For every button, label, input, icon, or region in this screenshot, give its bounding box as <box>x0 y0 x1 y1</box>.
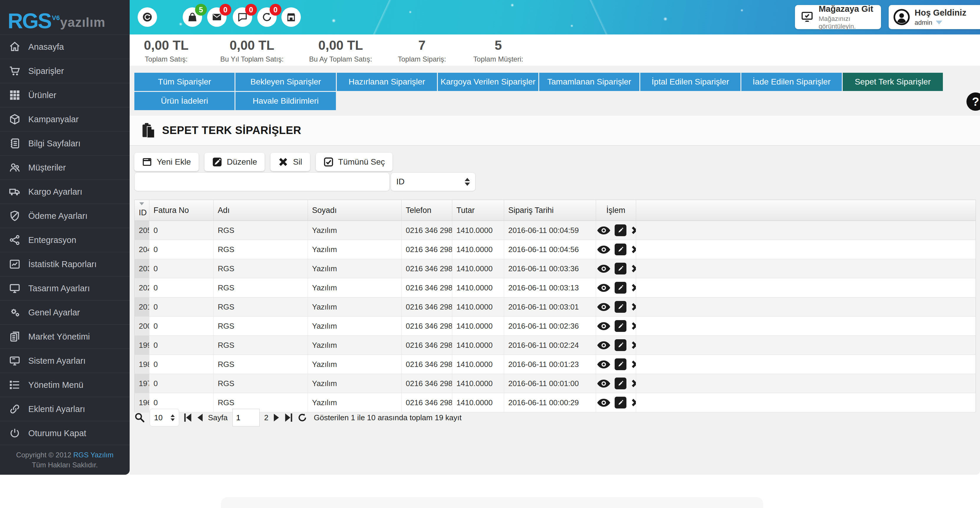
edit-icon[interactable] <box>615 301 627 313</box>
sidebar-item-yonetim-menu[interactable]: Yönetim Menü <box>0 373 130 397</box>
first-page-button[interactable] <box>184 413 192 422</box>
col-id[interactable]: ID <box>135 200 150 221</box>
sidebar-item-entegrasyon[interactable]: Entegrasyon <box>0 228 130 252</box>
tab-sepet-terk-siparisler[interactable]: Sepet Terk Siparişler <box>843 73 943 91</box>
table-row[interactable]: 205 0 RGS Yazılım 0216 346 2982 1410.000… <box>135 221 976 240</box>
delete-button[interactable]: Sil <box>270 153 310 171</box>
table-row[interactable]: 204 0 RGS Yazılım 0216 346 2982 1410.000… <box>135 240 976 259</box>
view-icon[interactable] <box>597 322 610 330</box>
view-icon[interactable] <box>597 379 610 387</box>
tab-tum-siparisler[interactable]: Tüm Siparişler <box>134 73 235 91</box>
delete-icon[interactable] <box>631 264 636 273</box>
messages-icon[interactable]: 0 <box>207 7 227 27</box>
tab-tamamlanan-siparisler[interactable]: Tamamlanan Siparişler <box>539 73 640 91</box>
spinner-up-icon[interactable] <box>170 414 175 417</box>
page-number-input[interactable] <box>232 409 259 426</box>
next-page-button[interactable] <box>273 414 280 421</box>
orders-bag-icon[interactable]: 5 <box>183 7 202 27</box>
sidebar-item-tasarim-ayarlari[interactable]: Tasarım Ayarları <box>0 276 130 300</box>
user-menu[interactable]: Hoş Geldiniz admin <box>889 5 980 29</box>
brand-logo[interactable]: RGS V6 yazılım <box>0 0 130 35</box>
view-icon[interactable] <box>597 303 610 311</box>
prev-page-button[interactable] <box>197 414 203 421</box>
sidebar-item-kargo-ayarlari[interactable]: Kargo Ayarları <box>0 179 130 203</box>
col-adi[interactable]: Adı <box>214 200 308 221</box>
sidebar-item-eklenti-ayarlari[interactable]: Eklenti Ayarları <box>0 397 130 421</box>
edit-icon[interactable] <box>615 224 627 236</box>
view-icon[interactable] <box>597 360 610 368</box>
next-page-number[interactable]: 2 <box>264 413 269 422</box>
view-icon[interactable] <box>597 265 610 273</box>
sidebar-item-kampanyalar[interactable]: Kampanyalar <box>0 107 130 131</box>
table-row[interactable]: 200 0 RGS Yazılım 0216 346 2982 1410.000… <box>135 317 976 336</box>
table-row[interactable]: 203 0 RGS Yazılım 0216 346 2982 1410.000… <box>135 259 976 278</box>
delete-icon[interactable] <box>631 245 636 254</box>
search-icon[interactable] <box>134 412 145 423</box>
col-siparis-tarihi[interactable]: Sipariş Tarihi <box>504 200 596 221</box>
sidebar-item-siparisler[interactable]: Siparişler <box>0 59 130 83</box>
spinner-down-icon[interactable] <box>465 183 470 186</box>
delete-icon[interactable] <box>631 379 636 388</box>
delete-icon[interactable] <box>631 283 636 292</box>
table-row[interactable]: 201 0 RGS Yazılım 0216 346 2982 1410.000… <box>135 297 976 317</box>
sidebar-item-market-yonetimi[interactable]: Market Yönetimi <box>0 324 130 348</box>
tab-urun-iadeleri[interactable]: Ürün İadeleri <box>134 92 235 110</box>
edit-icon[interactable] <box>615 339 627 351</box>
edit-icon[interactable] <box>615 244 627 255</box>
col-tutar[interactable]: Tutar <box>452 200 504 221</box>
view-icon[interactable] <box>597 399 610 407</box>
edit-icon[interactable] <box>615 282 627 294</box>
sidebar-item-urunler[interactable]: Ürünler <box>0 83 130 107</box>
copyright-link[interactable]: RGS Yazılım <box>73 451 113 459</box>
spinner-up-icon[interactable] <box>465 178 470 181</box>
view-icon[interactable] <box>597 227 610 234</box>
edit-icon[interactable] <box>615 263 627 275</box>
go-to-store-button[interactable]: Mağazaya Git Mağazınızı görüntüleyin. <box>795 5 881 29</box>
table-row[interactable]: 197 0 RGS Yazılım 0216 346 2982 1410.000… <box>135 374 976 393</box>
delete-icon[interactable] <box>631 398 636 407</box>
tab-hazirlanan-siparisler[interactable]: Hazırlanan Siparişler <box>337 73 437 91</box>
spinner-down-icon[interactable] <box>170 419 175 421</box>
select-all-button[interactable]: Tümünü Seç <box>316 153 393 171</box>
delete-icon[interactable] <box>631 302 636 311</box>
sidebar-item-bilgi-sayfalari[interactable]: Bilgi Sayfaları <box>0 131 130 155</box>
search-input[interactable] <box>134 172 390 191</box>
history-icon[interactable]: 0 <box>257 7 277 27</box>
sidebar-item-sistem-ayarlari[interactable]: Sistem Ayarları <box>0 348 130 373</box>
col-telefon[interactable]: Telefon <box>402 200 452 221</box>
sort-indicator-icon[interactable] <box>139 202 144 205</box>
sidebar-item-genel-ayarlar[interactable]: Genel Ayarlar <box>0 300 130 324</box>
search-field-select[interactable]: ID <box>391 172 476 191</box>
delete-icon[interactable] <box>631 321 636 331</box>
sidebar-item-odeme-ayarlari[interactable]: Ödeme Ayarları <box>0 203 130 228</box>
refresh-icon[interactable] <box>297 413 307 422</box>
tab-iade-edilen-siparisler[interactable]: İade Edilen Siparişler <box>741 73 842 91</box>
delete-icon[interactable] <box>631 225 636 235</box>
edit-icon[interactable] <box>615 359 627 370</box>
edit-button[interactable]: Düzenle <box>205 153 265 171</box>
sidebar-item-oturumu-kapat[interactable]: Oturumu Kapat <box>0 421 130 445</box>
last-page-button[interactable] <box>284 413 293 422</box>
delete-icon[interactable] <box>631 360 636 369</box>
tab-kargoya-verilen-siparisler[interactable]: Kargoya Verilen Siparişler <box>438 73 538 91</box>
table-row[interactable]: 199 0 RGS Yazılım 0216 346 2982 1410.000… <box>135 336 976 355</box>
add-new-button[interactable]: Yeni Ekle <box>134 153 199 171</box>
store-icon[interactable] <box>282 7 301 27</box>
tab-iptal-edilen-siparisler[interactable]: İptal Edilen Siparişler <box>640 73 740 91</box>
view-icon[interactable] <box>597 341 610 349</box>
tab-havale-bildirimleri[interactable]: Havale Bildirimleri <box>235 92 336 110</box>
edit-icon[interactable] <box>615 378 627 389</box>
sync-icon[interactable] <box>138 7 157 27</box>
view-icon[interactable] <box>597 284 610 292</box>
tab-bekleyen-siparisler[interactable]: Bekleyen Siparişler <box>235 73 336 91</box>
sidebar-item-musteriler[interactable]: Müşteriler <box>0 155 130 179</box>
comments-icon[interactable]: 0 <box>233 7 252 27</box>
col-soyadi[interactable]: Soyadı <box>308 200 402 221</box>
view-icon[interactable] <box>597 246 610 254</box>
edit-icon[interactable] <box>615 320 627 332</box>
table-row[interactable]: 202 0 RGS Yazılım 0216 346 2982 1410.000… <box>135 278 976 297</box>
sidebar-item-anasayfa[interactable]: Anasayfa <box>0 35 130 59</box>
edit-icon[interactable] <box>615 397 627 408</box>
col-fatura-no[interactable]: Fatura No <box>150 200 214 221</box>
sidebar-item-istatistik-raporlari[interactable]: İstatistik Raporları <box>0 252 130 276</box>
